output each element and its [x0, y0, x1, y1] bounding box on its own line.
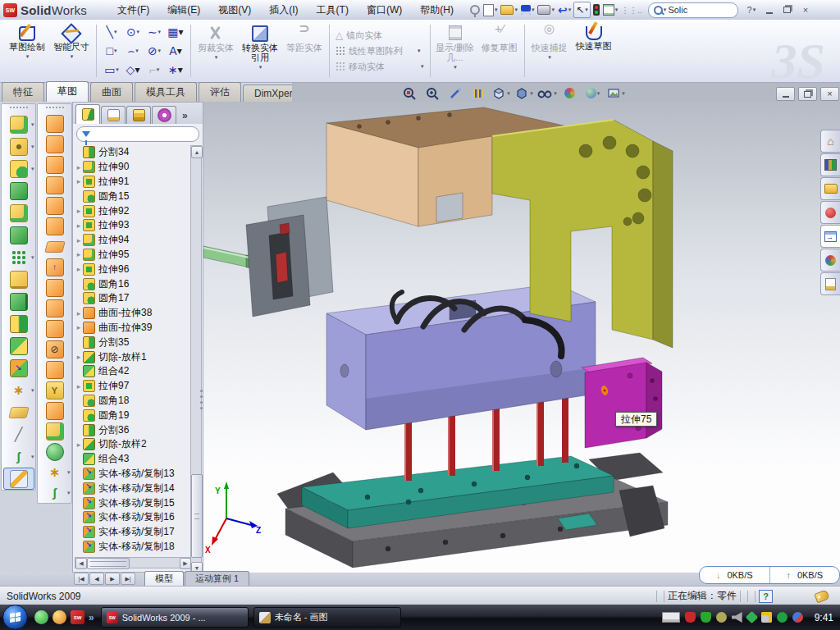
expand-arrow-icon[interactable]: ▸	[75, 236, 83, 244]
sketch-entity-button[interactable]: ╲ ▾	[101, 23, 122, 42]
toolbar-button[interactable]: ▾	[39, 257, 71, 277]
toolbar-button[interactable]: ▾	[3, 445, 34, 468]
scroll-right-button[interactable]: ▶	[180, 558, 191, 569]
tree-item[interactable]: ▸ 切除-放样1	[75, 349, 189, 364]
repair-sketch-button[interactable]: +⁄ 修复草图	[477, 21, 522, 80]
command-tab[interactable]: 草图	[46, 81, 89, 102]
toolbar-button[interactable]: ▾	[39, 216, 71, 236]
menu-item[interactable]: 工具(T)	[308, 1, 358, 20]
taskbar-task-button[interactable]: 未命名 - 画图	[253, 607, 401, 628]
tree-item[interactable]: ▸ 曲面-拉伸38	[75, 306, 189, 321]
toolbar-button[interactable]: ▾	[3, 335, 34, 357]
tree-item[interactable]: ▸ 圆角18	[75, 394, 189, 409]
document-tab[interactable]: 模型	[144, 571, 184, 586]
quick-tips-button[interactable]: ?	[759, 590, 773, 603]
linear-pattern-button[interactable]: 线性草图阵列▾	[336, 45, 424, 57]
volume-icon[interactable]	[732, 612, 742, 623]
expand-arrow-icon[interactable]: ▸	[75, 250, 83, 258]
sketch-entity-button[interactable]: ▭ ▾	[101, 61, 122, 80]
close-button[interactable]: ×	[797, 4, 814, 16]
slide-insert[interactable]	[203, 197, 333, 317]
command-tab[interactable]: 模具工具	[135, 82, 197, 102]
toolbar-button[interactable]: ▾	[3, 290, 34, 313]
view-settings-icon[interactable]: ▾	[605, 84, 626, 102]
quicklaunch-messenger-icon[interactable]	[34, 610, 48, 624]
expand-arrow-icon[interactable]: ▸	[75, 441, 83, 449]
edit-appearance-icon[interactable]	[559, 84, 580, 102]
undo-button[interactable]: ↩▾	[557, 2, 572, 17]
quicklaunch-security-icon[interactable]	[52, 610, 66, 624]
tree-filter[interactable]	[76, 126, 199, 142]
sketch-entity-button[interactable]: ▦ ▾	[165, 23, 186, 42]
pushpin-icon[interactable]	[469, 2, 481, 17]
move-entities-button[interactable]: 移动实体▾	[336, 61, 424, 73]
addins-button[interactable]: ⋮⋮..	[620, 2, 643, 17]
dimxpert-manager-tab[interactable]	[152, 106, 176, 124]
toolbar-button[interactable]: ▾	[39, 175, 71, 195]
expand-arrow-icon[interactable]: ▸	[75, 207, 83, 215]
tree-item[interactable]: ▸ 拉伸94	[75, 233, 189, 248]
prev-tab-button[interactable]: ◀	[89, 573, 104, 585]
convert-entities-button[interactable]: 转换实体引用▾	[238, 21, 282, 80]
search-box[interactable]: ▾	[648, 2, 738, 18]
tree-item[interactable]: ▸ 实体-移动/复制13	[75, 467, 189, 482]
toolbar-button[interactable]: ▾	[39, 236, 71, 257]
toolbar-button[interactable]: ▾	[39, 195, 71, 216]
security-shield-icon[interactable]	[701, 612, 711, 623]
print-button[interactable]: ▾	[536, 2, 555, 17]
file-explorer-tab[interactable]	[820, 177, 840, 200]
menu-item[interactable]: 编辑(E)	[158, 1, 209, 20]
expand-arrow-icon[interactable]: ▸	[75, 221, 83, 230]
sketch-draw-button[interactable]: 草图绘制▾	[5, 21, 49, 80]
magic-wand-icon[interactable]	[445, 84, 465, 102]
doc-close-button[interactable]: ×	[820, 87, 839, 101]
tree-item[interactable]: ▸ 拉伸91	[75, 175, 189, 189]
toolbar-button[interactable]: ▾	[3, 313, 34, 335]
tree-item[interactable]: ▸ 实体-移动/复制17	[75, 525, 189, 540]
toolbar-button[interactable]: ▾	[39, 441, 71, 462]
update-clock-icon[interactable]	[716, 612, 727, 623]
design-library-tab[interactable]	[820, 153, 840, 176]
menu-item[interactable]: 文件(F)	[108, 1, 158, 20]
tree-item[interactable]: ▸ 分割34	[75, 145, 189, 160]
zoom-to-area-icon[interactable]	[422, 84, 442, 102]
toolbar-button[interactable]: ▾	[3, 246, 34, 268]
expand-arrow-icon[interactable]: ▸	[75, 353, 83, 361]
toolbar-button[interactable]: ▾	[3, 468, 34, 490]
panel-splitter[interactable]	[199, 390, 203, 422]
expand-arrow-icon[interactable]: ▸	[75, 382, 83, 390]
tree-item[interactable]: ▸ 组合42	[75, 364, 189, 379]
first-tab-button[interactable]: |◀	[74, 573, 89, 585]
language-bar-icon[interactable]	[662, 612, 680, 623]
tree-item[interactable]: ▸ 圆角15	[75, 189, 189, 203]
sketch-entity-button[interactable]: ⌢ ▾	[122, 42, 144, 61]
expand-arrow-icon[interactable]: ▸	[75, 309, 83, 317]
appearances-tab[interactable]	[820, 249, 840, 272]
toolbar-button[interactable]: ▾	[39, 113, 71, 134]
expand-arrow-icon[interactable]: ▸	[75, 177, 83, 185]
toolbar-button[interactable]: ▾	[39, 380, 71, 400]
select-tool-button[interactable]: ↖▾	[573, 2, 591, 18]
antivirus-shield-icon[interactable]	[685, 612, 696, 623]
toolbar-button[interactable]: ▾	[3, 224, 34, 246]
tree-item[interactable]: ▸ 拉伸95	[75, 248, 189, 262]
tree-item[interactable]: ▸ 圆角17	[75, 291, 189, 306]
doc-minimize-button[interactable]	[776, 87, 795, 101]
toolbar-button[interactable]: ▾	[39, 421, 71, 441]
hide-show-items-icon[interactable]: ▾	[536, 84, 557, 102]
toolbar-button[interactable]: ▾	[3, 357, 34, 379]
quick-snaps-button[interactable]: ◎ 快速捕捉▾	[527, 21, 572, 80]
tree-item[interactable]: ▸ 组合43	[75, 452, 189, 467]
document-tab[interactable]: 运动算例 1	[185, 571, 249, 586]
messenger-icon[interactable]	[792, 612, 803, 623]
sketch-entity-button[interactable]: ⊘ ▾	[144, 42, 165, 61]
toolbar-button[interactable]: ▾	[3, 158, 34, 180]
solidworks-resources-tab[interactable]: ⌂	[820, 130, 840, 153]
help-button[interactable]: ?▾	[743, 4, 760, 16]
health-shield-icon[interactable]	[777, 612, 788, 623]
hscroll-thumb[interactable]	[87, 558, 130, 569]
network-warning-icon[interactable]	[761, 612, 772, 623]
tree-item[interactable]: ▸ 实体-移动/复制18	[75, 540, 189, 555]
quicklaunch-solidworks-icon[interactable]: SW	[71, 610, 84, 624]
command-tab[interactable]: 评估	[199, 82, 241, 102]
